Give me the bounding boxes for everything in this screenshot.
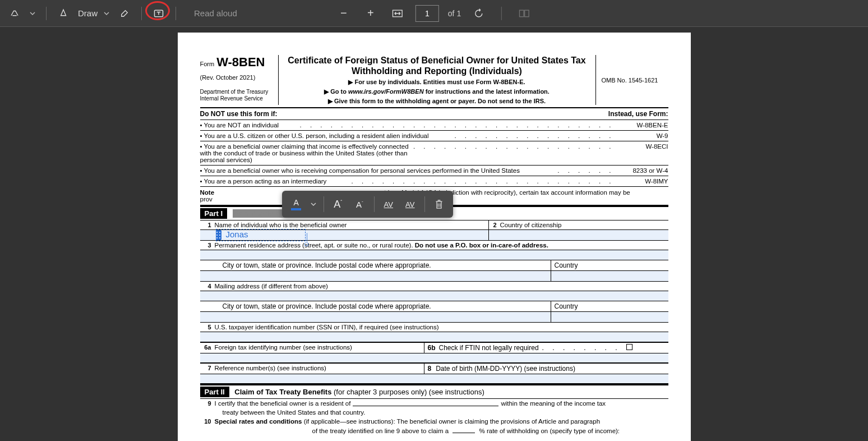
toolbar-divider bbox=[176, 7, 176, 20]
entered-name-text[interactable]: Jonas bbox=[226, 229, 248, 239]
fit-width-icon[interactable] bbox=[389, 4, 407, 22]
form-sub2: ▶ Go to www.irs.gov/FormW8BEN for instru… bbox=[285, 88, 589, 95]
draw-label[interactable]: Draw bbox=[78, 8, 98, 18]
form-title: Certificate of Foreign Status of Benefic… bbox=[285, 55, 589, 76]
form-revision: (Rev. October 2021) bbox=[200, 74, 275, 81]
field-10-row2: of the treaty identified on line 9 above… bbox=[200, 426, 668, 435]
spacing-decrease-icon[interactable]: AV bbox=[379, 194, 399, 214]
ftin-checkbox[interactable] bbox=[626, 344, 632, 350]
page-number-input[interactable] bbox=[415, 5, 439, 22]
delete-text-icon[interactable] bbox=[430, 194, 449, 214]
toolbar-divider bbox=[424, 196, 425, 212]
donot-header: Do NOT use this form if:Instead, use For… bbox=[200, 108, 668, 120]
field-4-value[interactable] bbox=[200, 291, 668, 301]
useform-row: • You are a U.S. citizen or other U.S. p… bbox=[200, 131, 668, 141]
field-1-2-value: Jonas ⎸○ bbox=[200, 230, 668, 241]
font-decrease-icon[interactable]: Aˇ bbox=[350, 194, 370, 214]
zoom-out-icon[interactable]: − bbox=[335, 4, 353, 22]
field-9-row2: treaty between the United States and tha… bbox=[200, 408, 668, 417]
page-view-icon[interactable] bbox=[515, 4, 533, 22]
toolbar-divider bbox=[374, 196, 375, 212]
toolbar-divider bbox=[501, 7, 502, 20]
field-5-value[interactable] bbox=[200, 332, 668, 342]
field-10-row: 10 Special rates and conditions (if appl… bbox=[200, 417, 668, 426]
text-edit-toolbar: A Aˆ Aˇ AV AV bbox=[282, 191, 453, 218]
spacing-increase-icon[interactable]: AV bbox=[400, 194, 420, 214]
erase-icon[interactable] bbox=[116, 4, 133, 22]
useform-row: • You are NOT an individual. . . . . . .… bbox=[200, 120, 668, 131]
form-sub3: ▶ Give this form to the withholding agen… bbox=[285, 98, 589, 105]
field-7-8-value[interactable] bbox=[200, 374, 668, 384]
field-6-row: 6a Foreign tax identifying number (see i… bbox=[200, 342, 668, 353]
text-color-picker[interactable]: A bbox=[287, 194, 306, 214]
field-3-value[interactable] bbox=[200, 250, 668, 260]
highlight-dropdown-icon[interactable] bbox=[27, 4, 38, 22]
field-7-8-row: 7 Reference number(s) (see instructions)… bbox=[200, 364, 668, 374]
useform-row: • You are a beneficial owner who is rece… bbox=[200, 166, 668, 176]
pdf-page: FormW-8BEN (Rev. October 2021) Departmen… bbox=[178, 33, 691, 441]
form-prefix: Form bbox=[200, 61, 215, 67]
toolbar-divider bbox=[324, 196, 324, 212]
highlight-icon[interactable] bbox=[6, 4, 24, 22]
field-3-city-row: City or town, state or province. Include… bbox=[200, 260, 668, 271]
form-number: W-8BEN bbox=[216, 55, 265, 69]
useform-row: • You are a beneficial owner claiming th… bbox=[200, 141, 668, 166]
drag-handle-icon[interactable] bbox=[216, 230, 221, 240]
field-4-city-row: City or town, state or province. Include… bbox=[200, 301, 668, 312]
field-10-blank[interactable] bbox=[453, 427, 475, 433]
read-aloud-button[interactable]: Read aloud bbox=[194, 8, 237, 18]
svg-rect-2 bbox=[520, 10, 524, 17]
useform-row: • You are a person acting as an intermed… bbox=[200, 176, 668, 187]
field-5-row: 5 U.S. taxpayer identification number (S… bbox=[200, 323, 668, 332]
form-sub1: ▶ For use by individuals. Entities must … bbox=[285, 79, 589, 86]
form-department: Department of the TreasuryInternal Reven… bbox=[200, 89, 275, 102]
add-text-icon[interactable] bbox=[150, 4, 168, 22]
text-color-dropdown-icon[interactable] bbox=[308, 194, 319, 214]
field-3-city-value[interactable] bbox=[200, 271, 668, 282]
pdf-viewport[interactable]: FormW-8BEN (Rev. October 2021) Departmen… bbox=[0, 27, 868, 441]
page-controls: − + of 1 bbox=[335, 4, 533, 22]
draw-icon[interactable] bbox=[54, 4, 72, 22]
page-total-label: of 1 bbox=[448, 9, 461, 18]
field-9-blank[interactable] bbox=[353, 400, 498, 406]
draw-dropdown-icon[interactable] bbox=[101, 4, 112, 22]
font-increase-icon[interactable]: Aˆ bbox=[329, 194, 348, 214]
toolbar-divider bbox=[46, 7, 47, 20]
toolbar-divider bbox=[141, 7, 142, 20]
omb-number: OMB No. 1545-1621 bbox=[595, 55, 668, 105]
part2-header: Part II Claim of Tax Treaty Benefits (fo… bbox=[200, 384, 668, 399]
field-4-row: 4 Mailing address (if different from abo… bbox=[200, 282, 668, 291]
field-9-row: 9 I certify that the beneficial owner is… bbox=[200, 399, 668, 408]
rotate-icon[interactable] bbox=[470, 4, 488, 22]
pdf-toolbar: Draw Read aloud − + of 1 bbox=[0, 0, 868, 27]
zoom-in-icon[interactable]: + bbox=[362, 4, 380, 22]
field-4-city-value[interactable] bbox=[200, 312, 668, 323]
field-3-row: 3 Permanent residence address (street, a… bbox=[200, 241, 668, 250]
field-6-value[interactable] bbox=[200, 353, 668, 364]
text-caret-handle[interactable]: ⎸○ bbox=[307, 232, 315, 242]
svg-rect-3 bbox=[525, 10, 529, 17]
form-header: FormW-8BEN (Rev. October 2021) Departmen… bbox=[200, 55, 668, 108]
